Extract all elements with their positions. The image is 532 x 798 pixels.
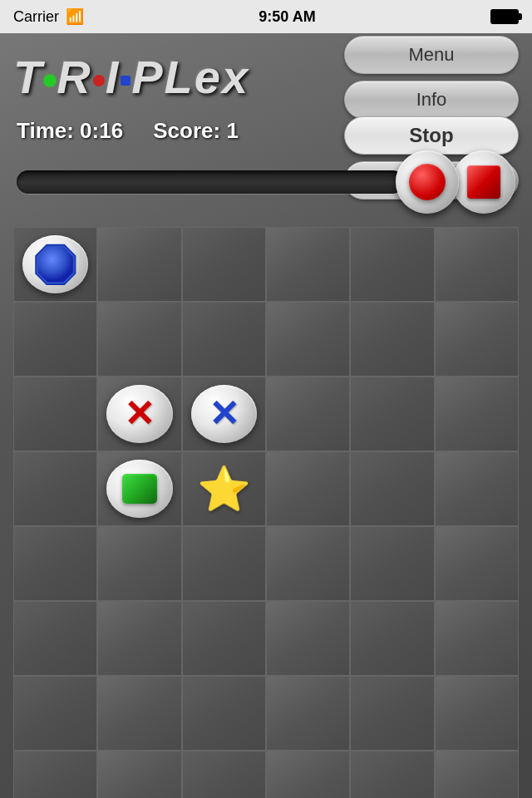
svg-marker-1 — [38, 247, 73, 282]
cell-6-2[interactable] — [182, 676, 266, 751]
cell-0-1[interactable] — [97, 227, 181, 302]
cell-7-4[interactable] — [350, 751, 434, 798]
cell-1-3[interactable] — [266, 302, 350, 377]
wifi-icon: 📶 — [66, 7, 84, 26]
cell-1-1[interactable] — [97, 302, 181, 377]
score-value: 1 — [226, 118, 238, 143]
logo-r: R — [57, 51, 91, 103]
cell-0-3[interactable] — [266, 227, 350, 302]
star-piece: ⭐ — [197, 467, 251, 510]
cell-1-4[interactable] — [350, 302, 434, 377]
cell-5-1[interactable] — [97, 601, 181, 676]
logo-e: e — [195, 51, 222, 103]
menu-button[interactable]: Menu — [344, 36, 519, 74]
cell-3-5[interactable] — [435, 451, 519, 526]
logo-i: I — [106, 51, 121, 103]
cell-2-4[interactable] — [350, 377, 434, 451]
cell-7-5[interactable] — [435, 751, 519, 798]
circle-piece-icon — [409, 164, 446, 200]
cell-4-1[interactable] — [97, 526, 181, 601]
cell-4-4[interactable] — [350, 526, 434, 601]
cell-4-5[interactable] — [435, 526, 519, 601]
cell-6-5[interactable] — [435, 676, 519, 751]
green-square-icon — [122, 474, 156, 505]
cell-5-3[interactable] — [266, 601, 350, 676]
red-x-icon: ✕ — [124, 396, 155, 432]
cell-0-4[interactable] — [350, 227, 434, 302]
cell-7-2[interactable] — [182, 751, 266, 798]
cell-2-0[interactable] — [13, 377, 97, 451]
cell-1-5[interactable] — [435, 302, 519, 377]
carrier-label: Carrier — [13, 8, 59, 26]
cell-0-2[interactable] — [182, 227, 266, 302]
logo-dot-green — [44, 75, 56, 86]
cell-2-1[interactable]: ✕ — [97, 377, 181, 451]
cell-5-4[interactable] — [350, 601, 434, 676]
time-label: Time: — [17, 118, 74, 143]
logo-dot-blue — [121, 76, 131, 86]
logo-plex: PL — [131, 51, 195, 103]
cell-6-0[interactable] — [13, 676, 97, 751]
logo-dot-red — [93, 75, 105, 86]
right-buttons: Menu Info — [344, 36, 519, 119]
cell-5-2[interactable] — [182, 601, 266, 676]
logo-t: T — [13, 51, 43, 103]
blue-octagon-piece — [22, 235, 88, 293]
logo-text: TRIPLex — [13, 54, 344, 101]
cell-3-0[interactable] — [13, 451, 97, 526]
cell-3-1[interactable] — [97, 451, 181, 526]
cell-4-0[interactable] — [13, 526, 97, 601]
slider-thumb-circle[interactable] — [396, 150, 459, 214]
slider-track[interactable] — [17, 170, 404, 194]
status-bar: Carrier 📶 9:50 AM — [0, 0, 532, 33]
slider-thumb-square[interactable] — [452, 150, 515, 214]
logo-x: x — [222, 51, 249, 103]
score-label: Score: — [153, 118, 220, 143]
square-piece-icon — [467, 165, 500, 199]
red-x-piece: ✕ — [106, 385, 172, 443]
header: TRIPLex Menu Info — [0, 33, 532, 116]
cell-2-3[interactable] — [266, 377, 350, 451]
cell-3-4[interactable] — [350, 451, 434, 526]
app-container: TRIPLex Menu Info Stop High Scores Time:… — [0, 33, 532, 798]
cell-7-3[interactable] — [266, 751, 350, 798]
cell-1-0[interactable] — [13, 302, 97, 377]
cell-6-3[interactable] — [266, 676, 350, 751]
cell-5-5[interactable] — [435, 601, 519, 676]
blue-x-icon: ✕ — [209, 396, 239, 432]
cell-7-1[interactable] — [97, 751, 181, 798]
green-square-piece — [106, 460, 172, 518]
cell-0-0[interactable] — [13, 227, 97, 302]
info-button[interactable]: Info — [344, 81, 519, 119]
cell-4-2[interactable] — [182, 526, 266, 601]
cell-3-2[interactable]: ⭐ — [182, 451, 266, 526]
cell-2-2[interactable]: ✕ — [182, 377, 266, 451]
stop-button[interactable]: Stop — [344, 116, 519, 155]
cell-3-3[interactable] — [266, 451, 350, 526]
cell-6-1[interactable] — [97, 676, 181, 751]
time-display: 9:50 AM — [259, 8, 315, 26]
cell-1-2[interactable] — [182, 302, 266, 377]
game-grid[interactable]: ✕ ✕ ⭐ — [13, 227, 519, 798]
status-left: Carrier 📶 — [13, 7, 84, 26]
time-value: 0:16 — [80, 118, 123, 143]
logo: TRIPLex — [13, 54, 344, 101]
blue-octagon-svg — [31, 243, 81, 287]
cell-0-5[interactable] — [435, 227, 519, 302]
cell-5-0[interactable] — [13, 601, 97, 676]
cell-6-4[interactable] — [350, 676, 434, 751]
grid-container: ✕ ✕ ⭐ — [0, 227, 532, 798]
cell-4-3[interactable] — [266, 526, 350, 601]
blue-x-piece: ✕ — [191, 385, 257, 443]
battery-indicator — [490, 9, 519, 24]
cell-2-5[interactable] — [435, 377, 519, 451]
cell-7-0[interactable] — [13, 751, 97, 798]
